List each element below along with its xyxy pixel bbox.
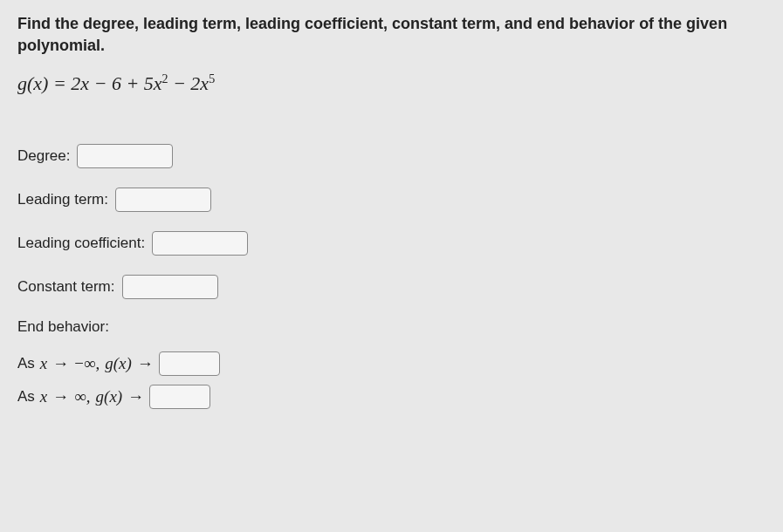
constant-term-input[interactable] xyxy=(122,275,218,299)
constant-term-label: Constant term: xyxy=(17,278,115,296)
degree-input[interactable] xyxy=(77,144,173,168)
arrow-2a: → xyxy=(52,387,69,406)
end-behavior-pos-inf-row: As x → ∞, g(x) → xyxy=(17,385,766,409)
equals-sign: = xyxy=(53,73,71,95)
x-var-1: x xyxy=(40,354,47,373)
as-label-1: As xyxy=(17,355,35,372)
leading-term-label: Leading term: xyxy=(17,191,108,208)
degree-label: Degree: xyxy=(17,147,70,165)
polynomial-formula: g(x) = 2x − 6 + 5x2 − 2x5 xyxy=(17,72,766,95)
leading-term-input[interactable] xyxy=(115,188,211,212)
arrow-1b: → xyxy=(137,354,154,373)
x-var-2: x xyxy=(40,387,47,406)
formula-term-2: − 6 + 5x xyxy=(94,73,162,95)
leading-term-row: Leading term: xyxy=(17,188,766,212)
leading-coefficient-input[interactable] xyxy=(152,231,248,256)
formula-term-1: 2x xyxy=(71,73,89,95)
constant-term-row: Constant term: xyxy=(17,275,766,299)
formula-term-3: − 2x xyxy=(173,73,209,95)
formula-exp-2: 5 xyxy=(209,72,215,85)
arrow-2b: → xyxy=(127,387,144,406)
end-behavior-pos-inf-input[interactable] xyxy=(149,385,210,409)
formula-lhs: g(x) xyxy=(17,73,48,95)
degree-row: Degree: xyxy=(17,144,766,168)
formula-exp-1: 2 xyxy=(162,72,168,85)
gx-2: g(x) xyxy=(96,387,123,406)
neg-infinity: −∞, xyxy=(74,354,100,373)
leading-coefficient-label: Leading coefficient: xyxy=(17,235,145,252)
question-prompt: Find the degree, leading term, leading c… xyxy=(17,13,766,57)
as-label-2: As xyxy=(17,388,35,406)
end-behavior-header: End behavior: xyxy=(17,318,766,336)
end-behavior-neg-inf-row: As x → −∞, g(x) → xyxy=(17,351,766,376)
leading-coefficient-row: Leading coefficient: xyxy=(17,231,766,256)
pos-infinity: ∞, xyxy=(74,387,90,406)
gx-1: g(x) xyxy=(105,354,132,373)
arrow-1a: → xyxy=(52,354,69,373)
end-behavior-neg-inf-input[interactable] xyxy=(159,351,220,376)
